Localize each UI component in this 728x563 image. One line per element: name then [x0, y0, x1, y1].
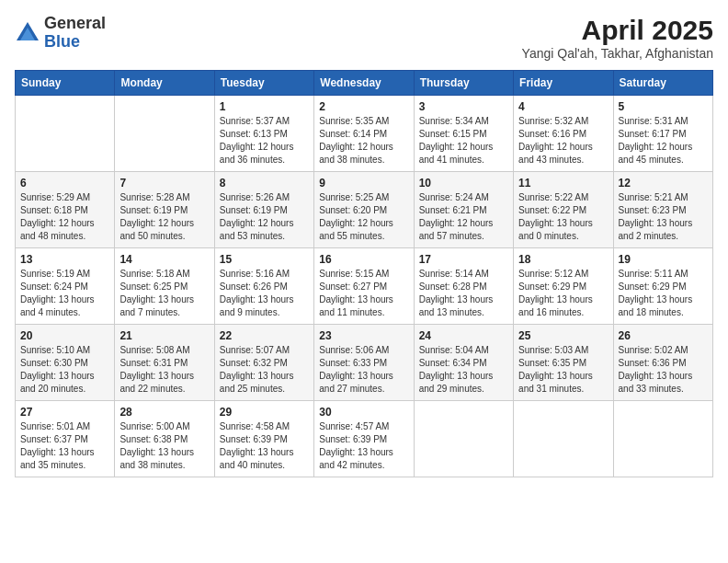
- calendar-day-cell: 17Sunrise: 5:14 AM Sunset: 6:28 PM Dayli…: [414, 248, 513, 325]
- logo: General Blue: [15, 15, 106, 52]
- day-number: 18: [518, 253, 608, 266]
- day-detail: Sunrise: 5:02 AM Sunset: 6:36 PM Dayligh…: [619, 344, 708, 396]
- day-detail: Sunrise: 5:04 AM Sunset: 6:34 PM Dayligh…: [419, 344, 508, 396]
- calendar-day-cell: 19Sunrise: 5:11 AM Sunset: 6:29 PM Dayli…: [613, 248, 712, 325]
- calendar-subtitle: Yangi Qal'ah, Takhar, Afghanistan: [522, 46, 713, 61]
- day-number: 5: [619, 100, 708, 113]
- day-number: 30: [319, 406, 408, 419]
- calendar-day-cell: 11Sunrise: 5:22 AM Sunset: 6:22 PM Dayli…: [514, 172, 613, 248]
- calendar-day-cell: [514, 401, 613, 477]
- weekday-header-row: SundayMondayTuesdayWednesdayThursdayFrid…: [16, 71, 713, 96]
- day-number: 9: [319, 177, 408, 190]
- weekday-header: Monday: [115, 71, 214, 96]
- day-detail: Sunrise: 5:19 AM Sunset: 6:24 PM Dayligh…: [20, 268, 109, 319]
- day-detail: Sunrise: 5:21 AM Sunset: 6:23 PM Dayligh…: [619, 191, 708, 243]
- day-number: 22: [220, 329, 309, 342]
- calendar-week-row: 6Sunrise: 5:29 AM Sunset: 6:18 PM Daylig…: [16, 172, 713, 248]
- day-detail: Sunrise: 5:15 AM Sunset: 6:27 PM Dayligh…: [319, 268, 408, 319]
- calendar-day-cell: [414, 401, 513, 477]
- calendar-day-cell: 15Sunrise: 5:16 AM Sunset: 6:26 PM Dayli…: [214, 248, 313, 325]
- day-number: 15: [220, 253, 309, 266]
- day-detail: Sunrise: 5:08 AM Sunset: 6:31 PM Dayligh…: [119, 344, 209, 396]
- calendar-day-cell: 30Sunrise: 4:57 AM Sunset: 6:39 PM Dayli…: [314, 401, 414, 477]
- calendar-day-cell: 2Sunrise: 5:35 AM Sunset: 6:14 PM Daylig…: [314, 96, 414, 172]
- calendar-week-row: 1Sunrise: 5:37 AM Sunset: 6:13 PM Daylig…: [16, 96, 713, 172]
- calendar-day-cell: 7Sunrise: 5:28 AM Sunset: 6:19 PM Daylig…: [115, 172, 214, 248]
- day-number: 3: [419, 100, 508, 113]
- day-detail: Sunrise: 5:14 AM Sunset: 6:28 PM Dayligh…: [419, 268, 508, 319]
- calendar-day-cell: 10Sunrise: 5:24 AM Sunset: 6:21 PM Dayli…: [414, 172, 513, 248]
- calendar-day-cell: 8Sunrise: 5:26 AM Sunset: 6:19 PM Daylig…: [214, 172, 313, 248]
- calendar-day-cell: [115, 96, 214, 172]
- day-detail: Sunrise: 5:22 AM Sunset: 6:22 PM Dayligh…: [518, 191, 608, 243]
- day-number: 11: [518, 177, 608, 190]
- logo-icon: [15, 20, 40, 46]
- calendar-week-row: 20Sunrise: 5:10 AM Sunset: 6:30 PM Dayli…: [16, 325, 713, 401]
- day-number: 27: [20, 406, 109, 419]
- day-number: 13: [20, 253, 109, 266]
- day-number: 14: [119, 253, 209, 266]
- day-number: 1: [220, 100, 309, 113]
- day-number: 6: [20, 177, 109, 190]
- calendar-day-cell: 18Sunrise: 5:12 AM Sunset: 6:29 PM Dayli…: [514, 248, 613, 325]
- calendar-day-cell: 28Sunrise: 5:00 AM Sunset: 6:38 PM Dayli…: [115, 401, 214, 477]
- day-detail: Sunrise: 5:25 AM Sunset: 6:20 PM Dayligh…: [319, 191, 408, 243]
- day-detail: Sunrise: 5:28 AM Sunset: 6:19 PM Dayligh…: [119, 191, 209, 243]
- day-detail: Sunrise: 5:12 AM Sunset: 6:29 PM Dayligh…: [518, 268, 608, 319]
- day-detail: Sunrise: 5:35 AM Sunset: 6:14 PM Dayligh…: [319, 115, 408, 167]
- calendar-title: April 2025: [522, 15, 713, 46]
- day-number: 2: [319, 100, 408, 113]
- calendar-day-cell: 24Sunrise: 5:04 AM Sunset: 6:34 PM Dayli…: [414, 325, 513, 401]
- day-detail: Sunrise: 5:32 AM Sunset: 6:16 PM Dayligh…: [518, 115, 608, 167]
- weekday-header: Sunday: [16, 71, 115, 96]
- day-detail: Sunrise: 5:16 AM Sunset: 6:26 PM Dayligh…: [220, 268, 309, 319]
- day-number: 29: [220, 406, 309, 419]
- calendar-day-cell: 22Sunrise: 5:07 AM Sunset: 6:32 PM Dayli…: [214, 325, 313, 401]
- calendar-day-cell: 26Sunrise: 5:02 AM Sunset: 6:36 PM Dayli…: [613, 325, 712, 401]
- calendar-day-cell: [16, 96, 115, 172]
- calendar-day-cell: 3Sunrise: 5:34 AM Sunset: 6:15 PM Daylig…: [414, 96, 513, 172]
- calendar-day-cell: 9Sunrise: 5:25 AM Sunset: 6:20 PM Daylig…: [314, 172, 414, 248]
- page-header: General Blue April 2025 Yangi Qal'ah, Ta…: [15, 15, 713, 61]
- calendar-day-cell: 5Sunrise: 5:31 AM Sunset: 6:17 PM Daylig…: [613, 96, 712, 172]
- day-number: 21: [119, 329, 209, 342]
- calendar-day-cell: 14Sunrise: 5:18 AM Sunset: 6:25 PM Dayli…: [115, 248, 214, 325]
- calendar-week-row: 13Sunrise: 5:19 AM Sunset: 6:24 PM Dayli…: [16, 248, 713, 325]
- day-number: 7: [119, 177, 209, 190]
- day-number: 26: [619, 329, 708, 342]
- day-detail: Sunrise: 5:37 AM Sunset: 6:13 PM Dayligh…: [220, 115, 309, 167]
- calendar-day-cell: 27Sunrise: 5:01 AM Sunset: 6:37 PM Dayli…: [16, 401, 115, 477]
- day-detail: Sunrise: 5:01 AM Sunset: 6:37 PM Dayligh…: [20, 420, 109, 472]
- calendar-day-cell: 16Sunrise: 5:15 AM Sunset: 6:27 PM Dayli…: [314, 248, 414, 325]
- day-number: 24: [419, 329, 508, 342]
- day-number: 12: [619, 177, 708, 190]
- day-detail: Sunrise: 4:58 AM Sunset: 6:39 PM Dayligh…: [220, 420, 309, 472]
- weekday-header: Wednesday: [314, 71, 414, 96]
- day-number: 10: [419, 177, 508, 190]
- calendar-week-row: 27Sunrise: 5:01 AM Sunset: 6:37 PM Dayli…: [16, 401, 713, 477]
- day-number: 17: [419, 253, 508, 266]
- calendar-day-cell: 29Sunrise: 4:58 AM Sunset: 6:39 PM Dayli…: [214, 401, 313, 477]
- day-detail: Sunrise: 5:11 AM Sunset: 6:29 PM Dayligh…: [619, 268, 708, 319]
- weekday-header: Thursday: [414, 71, 513, 96]
- calendar-day-cell: 21Sunrise: 5:08 AM Sunset: 6:31 PM Dayli…: [115, 325, 214, 401]
- day-detail: Sunrise: 5:18 AM Sunset: 6:25 PM Dayligh…: [119, 268, 209, 319]
- day-detail: Sunrise: 5:03 AM Sunset: 6:35 PM Dayligh…: [518, 344, 608, 396]
- calendar-day-cell: 4Sunrise: 5:32 AM Sunset: 6:16 PM Daylig…: [514, 96, 613, 172]
- day-number: 28: [119, 406, 209, 419]
- weekday-header: Friday: [514, 71, 613, 96]
- logo-text: General Blue: [44, 15, 106, 52]
- day-detail: Sunrise: 5:31 AM Sunset: 6:17 PM Dayligh…: [619, 115, 708, 167]
- calendar-day-cell: 25Sunrise: 5:03 AM Sunset: 6:35 PM Dayli…: [514, 325, 613, 401]
- calendar-day-cell: 13Sunrise: 5:19 AM Sunset: 6:24 PM Dayli…: [16, 248, 115, 325]
- day-detail: Sunrise: 5:07 AM Sunset: 6:32 PM Dayligh…: [220, 344, 309, 396]
- day-detail: Sunrise: 4:57 AM Sunset: 6:39 PM Dayligh…: [319, 420, 408, 472]
- day-detail: Sunrise: 5:24 AM Sunset: 6:21 PM Dayligh…: [419, 191, 508, 243]
- day-detail: Sunrise: 5:26 AM Sunset: 6:19 PM Dayligh…: [220, 191, 309, 243]
- day-number: 4: [518, 100, 608, 113]
- calendar-day-cell: 12Sunrise: 5:21 AM Sunset: 6:23 PM Dayli…: [613, 172, 712, 248]
- calendar-table: SundayMondayTuesdayWednesdayThursdayFrid…: [15, 70, 713, 477]
- day-number: 23: [319, 329, 408, 342]
- day-number: 19: [619, 253, 708, 266]
- day-number: 20: [20, 329, 109, 342]
